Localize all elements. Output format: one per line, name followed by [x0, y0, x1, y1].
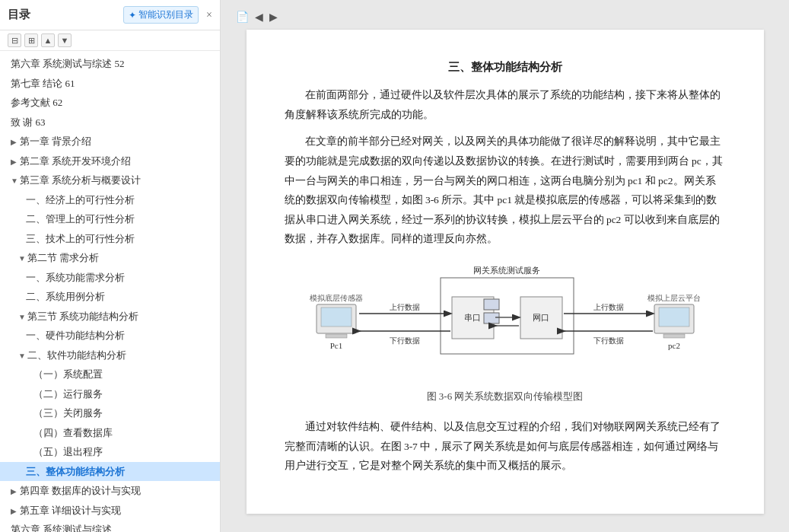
- svg-rect-17: [484, 313, 499, 323]
- network-diagram: 网关系统测试服务 Pc1 模拟底层传感器 pc2 模拟上层云平台 串口: [292, 263, 718, 381]
- toolbar-prev[interactable]: ▲: [41, 33, 55, 47]
- toc-item-ch3-3-1[interactable]: 一、硬件功能结构分析: [0, 326, 220, 346]
- toc-label-ch6b: 第六章 系统测试与综述: [11, 524, 112, 532]
- paragraph-2: 在文章的前半部分已经对网关，以及网关的具体功能做了很详尽的解释说明，其中它最主要…: [285, 132, 726, 249]
- toc-item-ch3-3-2-3[interactable]: （三）关闭服务: [0, 403, 220, 423]
- page-document: 三、整体功能结构分析 在前面两部分，通过硬件以及软件层次具体的展示了系统的功能结…: [247, 30, 764, 514]
- toc-label-ch7: 第七章 结论 61: [11, 78, 75, 89]
- toc-item-ch3-3-2-5[interactable]: （五）退出程序: [0, 442, 220, 462]
- toc-item-ch5[interactable]: ▶ 第五章 详细设计与实现: [0, 501, 220, 521]
- sidebar-content: 第六章 系统测试与综述 52第七章 结论 61参考文献 62致 谢 63▶ 第一…: [0, 51, 220, 532]
- figure-container: 网关系统测试服务 Pc1 模拟底层传感器 pc2 模拟上层云平台 串口: [285, 263, 726, 403]
- toc-item-ch3-3-2[interactable]: ▼ 二、软件功能结构分析: [0, 346, 220, 365]
- toc-label-ch3-3-2-2: （二）运行服务: [33, 388, 103, 400]
- toc-item-ch3-sec3[interactable]: ▼ 第三节 系统功能结构分析: [0, 307, 220, 327]
- toc-label-ch3-3-2: 二、软件功能结构分析: [27, 349, 126, 361]
- paragraph-1: 在前面两部分，通过硬件以及软件层次具体的展示了系统的功能结构，接下来将从整体的角…: [285, 85, 726, 124]
- toc-arrow-ch2: ▶: [11, 156, 20, 167]
- svg-rect-8: [659, 307, 689, 327]
- toc-item-ch3-1-1[interactable]: 一、经济上的可行性分析: [0, 190, 220, 210]
- svg-text:串口: 串口: [464, 313, 481, 322]
- svg-text:网关系统测试服务: 网关系统测试服务: [473, 266, 540, 275]
- svg-rect-16: [484, 299, 499, 310]
- toc-label-ch3-1-1: 一、经济上的可行性分析: [26, 194, 135, 205]
- toc-item-ch3-1-3[interactable]: 三、技术上的可行性分析: [0, 229, 220, 249]
- toc-label-ch3-3-1: 一、硬件功能结构分析: [26, 330, 125, 341]
- svg-text:网口: 网口: [533, 313, 549, 322]
- svg-rect-4: [326, 334, 347, 338]
- toc-item-ch3-3-2-1[interactable]: （一）系统配置: [0, 365, 220, 384]
- toc-label-ch3-3-3: 三、整体功能结构分析: [26, 466, 125, 477]
- svg-text:下行数据: 下行数据: [390, 336, 420, 345]
- figure-caption: 图 3-6 网关系统数据双向传输模型图: [285, 390, 726, 403]
- toc-item-ref[interactable]: 参考文献 62: [0, 93, 220, 113]
- toc-item-ch4[interactable]: ▶ 第四章 数据库的设计与实现: [0, 481, 220, 501]
- toc-item-ch3-sec2[interactable]: ▼ 第二节 需求分析: [0, 248, 220, 268]
- toc-item-ch3-2-1[interactable]: 一、系统功能需求分析: [0, 268, 220, 288]
- toolbar-expand-all[interactable]: ⊞: [24, 33, 38, 47]
- sidebar-close-button[interactable]: ×: [206, 9, 212, 21]
- toc-item-ch3-2-2[interactable]: 二、系统用例分析: [0, 287, 220, 307]
- toc-item-ch3-3-3[interactable]: 三、整体功能结构分析: [0, 462, 220, 482]
- paragraph-3: 通过对软件结构、硬件结构、以及信息交互过程的介绍，我们对物联网网关系统已经有了完…: [285, 417, 726, 476]
- toc-item-ch3-1-2[interactable]: 二、管理上的可行性分析: [0, 209, 220, 229]
- magic-icon: ✦: [129, 10, 136, 21]
- toc-arrow-ch4: ▶: [11, 486, 20, 497]
- svg-text:上行数据: 上行数据: [390, 303, 420, 311]
- toolbar-next[interactable]: ▼: [58, 33, 72, 47]
- svg-rect-3: [321, 307, 352, 327]
- svg-text:模拟底层传感器: 模拟底层传感器: [310, 294, 363, 302]
- arrow-left-icon[interactable]: ◀: [255, 11, 263, 24]
- svg-text:上行数据: 上行数据: [593, 303, 624, 311]
- toc-item-ch7[interactable]: 第七章 结论 61: [0, 74, 220, 94]
- toc-item-ch3-3-2-2[interactable]: （二）运行服务: [0, 384, 220, 404]
- toc-label-ch3-1-3: 三、技术上的可行性分析: [26, 233, 135, 244]
- main-content: 📄 ◀ ▶ 三、整体功能结构分析 在前面两部分，通过硬件以及软件层次具体的展示了…: [221, 0, 789, 532]
- toc-arrow-ch3-3-2: ▼: [18, 350, 27, 362]
- section-title: 三、整体功能结构分析: [285, 60, 726, 75]
- svg-text:Pc1: Pc1: [329, 341, 342, 350]
- svg-text:模拟上层云平台: 模拟上层云平台: [647, 294, 701, 302]
- svg-text:pc2: pc2: [668, 341, 680, 350]
- toolbar-collapse-all[interactable]: ⊟: [8, 33, 21, 47]
- sidebar-toolbar: ⊟ ⊞ ▲ ▼: [0, 30, 220, 51]
- toc-item-thanks[interactable]: 致 谢 63: [0, 113, 220, 132]
- toc-label-ch4: 第四章 数据库的设计与实现: [20, 485, 141, 496]
- toc-item-ch1[interactable]: ▶ 第一章 背景介绍: [0, 132, 220, 151]
- svg-text:下行数据: 下行数据: [593, 336, 624, 345]
- sidebar-header: 目录 ✦ 智能识别目录 ×: [0, 0, 220, 30]
- toc-label-ch3-2-2: 二、系统用例分析: [26, 291, 105, 302]
- toc-label-ref: 参考文献 62: [11, 97, 62, 108]
- toc-arrow-ch1: ▶: [11, 136, 20, 148]
- toc-arrow-ch3-sec3: ▼: [18, 311, 27, 323]
- toc-label-ch3-sec3: 第三节 系统功能结构分析: [27, 311, 138, 322]
- toc-label-ch3-3-2-3: （三）关闭服务: [33, 407, 103, 419]
- toc-arrow-ch3: ▼: [11, 175, 20, 186]
- toc-label-ch3: 第三章 系统分析与概要设计: [20, 174, 141, 186]
- toc-label-ch3-3-2-4: （四）查看数据库: [33, 427, 113, 438]
- toc-label-ch2: 第二章 系统开发环境介绍: [20, 155, 131, 167]
- toc-arrow-ch3-sec2: ▼: [18, 253, 27, 264]
- toc-label-ch3-sec2: 第二节 需求分析: [27, 252, 99, 263]
- toc-label-ch3-3-2-1: （一）系统配置: [33, 368, 103, 380]
- toc-label-ch3-2-1: 一、系统功能需求分析: [26, 272, 125, 283]
- toc-item-ch6[interactable]: 第六章 系统测试与综述 52: [0, 54, 220, 74]
- sidebar: 目录 ✦ 智能识别目录 × ⊟ ⊞ ▲ ▼ 第六章 系统测试与综述 52第七章 …: [0, 0, 221, 532]
- sidebar-title: 目录: [8, 8, 30, 22]
- toc-arrow-ch5: ▶: [11, 505, 20, 517]
- toc-item-ch6b[interactable]: 第六章 系统测试与综述: [0, 520, 220, 532]
- toc-item-ch2[interactable]: ▶ 第二章 系统开发环境介绍: [0, 151, 220, 171]
- smart-toc-button[interactable]: ✦ 智能识别目录: [123, 6, 199, 24]
- toc-item-ch3[interactable]: ▼ 第三章 系统分析与概要设计: [0, 170, 220, 190]
- toc-label-ch1: 第一章 背景介绍: [20, 135, 91, 147]
- toc-item-ch3-3-2-4[interactable]: （四）查看数据库: [0, 423, 220, 443]
- toc-label-ch3-3-2-5: （五）退出程序: [33, 446, 103, 457]
- toc-label-ch3-1-2: 二、管理上的可行性分析: [26, 213, 135, 225]
- svg-rect-9: [663, 334, 685, 338]
- page-toolbar: 📄 ◀ ▶: [236, 8, 774, 30]
- page-icon: 📄: [236, 11, 249, 24]
- toc-label-ch6: 第六章 系统测试与综述 52: [11, 58, 125, 69]
- toc-label-thanks: 致 谢 63: [11, 116, 46, 128]
- arrow-right-icon[interactable]: ▶: [269, 11, 278, 24]
- sidebar-header-icons: ✦ 智能识别目录 ×: [123, 6, 212, 24]
